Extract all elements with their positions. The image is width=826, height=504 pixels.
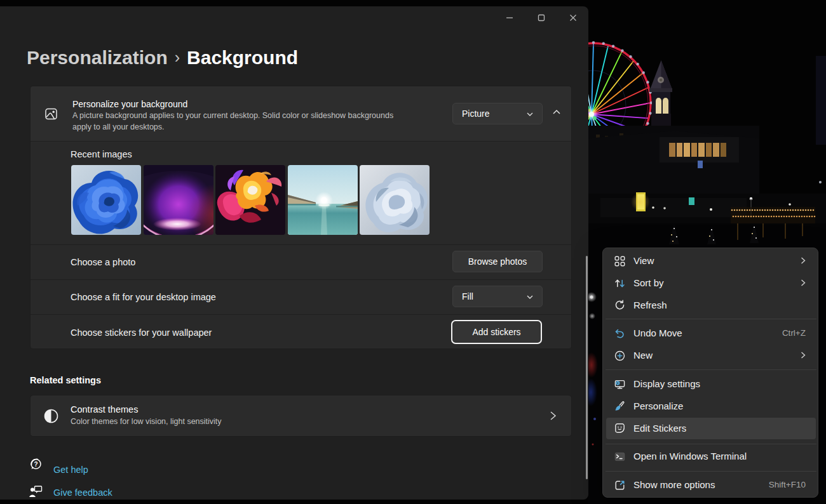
svg-text:?: ? xyxy=(34,461,37,468)
